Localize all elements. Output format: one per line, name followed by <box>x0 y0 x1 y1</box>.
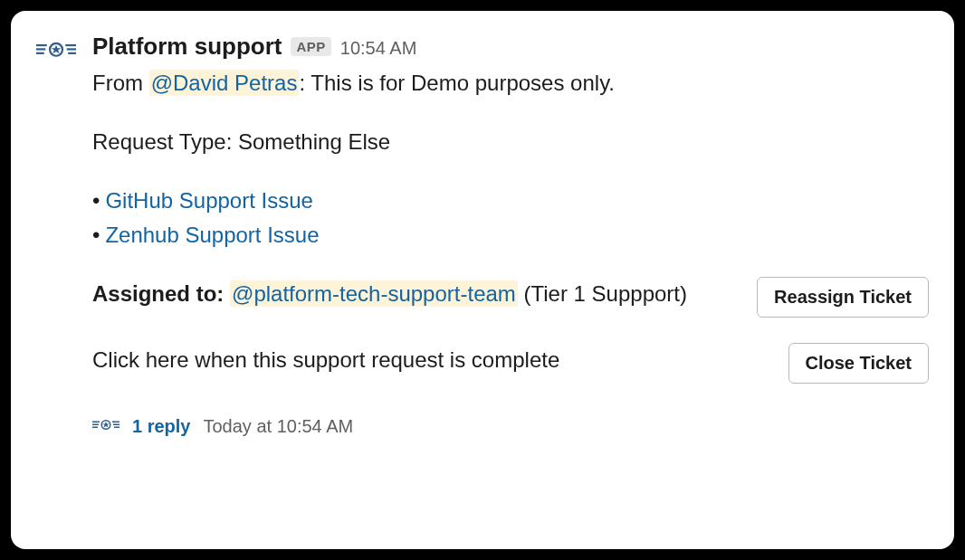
from-mention[interactable]: @David Petras <box>149 70 300 96</box>
complete-row: Click here when this support request is … <box>92 343 929 384</box>
from-prefix: From <box>92 71 149 95</box>
svg-rect-9 <box>92 422 100 423</box>
assigned-suffix: (Tier 1 Suppport) <box>518 281 687 306</box>
svg-rect-14 <box>114 427 119 429</box>
wings-star-icon <box>92 418 119 434</box>
svg-rect-5 <box>68 52 76 54</box>
reassign-button[interactable]: Reassign Ticket <box>757 277 929 318</box>
slack-message-card: Platform support APP 10:54 AM From @Davi… <box>11 11 954 549</box>
svg-rect-2 <box>36 52 44 54</box>
thread-avatar <box>92 417 119 435</box>
svg-rect-11 <box>92 427 98 429</box>
svg-rect-12 <box>112 422 119 423</box>
avatar-column <box>36 33 80 531</box>
thread-row[interactable]: 1 reply Today at 10:54 AM <box>92 416 929 437</box>
github-link[interactable]: GitHub Support Issue <box>105 188 312 213</box>
bullet-icon: • <box>92 223 100 247</box>
link-list: •GitHub Support Issue •Zenhub Support Is… <box>92 184 929 251</box>
app-avatar <box>36 38 76 65</box>
list-item: •GitHub Support Issue <box>92 184 929 217</box>
message-timestamp: 10:54 AM <box>340 38 417 59</box>
assigned-row: Assigned to: @platform-tech-support-team… <box>92 277 929 318</box>
svg-rect-3 <box>65 44 76 46</box>
zenhub-link[interactable]: Zenhub Support Issue <box>105 223 319 247</box>
svg-rect-10 <box>92 424 99 426</box>
assigned-mention[interactable]: @platform-tech-support-team <box>230 280 518 307</box>
from-suffix: : This is for Demo purposes only. <box>299 71 615 95</box>
complete-prompt: Click here when this support request is … <box>92 343 767 376</box>
svg-rect-1 <box>36 48 45 50</box>
author-name: Platform support <box>92 33 282 61</box>
reply-count[interactable]: 1 reply <box>132 416 190 437</box>
close-button[interactable]: Close Ticket <box>788 343 929 384</box>
from-line: From @David Petras: This is for Demo pur… <box>92 66 929 100</box>
svg-rect-0 <box>36 44 47 46</box>
message-content: Platform support APP 10:54 AM From @Davi… <box>92 33 929 531</box>
message-header: Platform support APP 10:54 AM <box>92 33 929 61</box>
reply-timestamp: Today at 10:54 AM <box>203 416 353 437</box>
app-badge: APP <box>291 37 330 56</box>
request-type-line: Request Type: Something Else <box>92 125 929 158</box>
list-item: •Zenhub Support Issue <box>92 218 929 252</box>
assigned-label: Assigned to: <box>92 281 230 306</box>
svg-rect-13 <box>113 424 119 426</box>
wings-star-icon <box>36 38 76 65</box>
assigned-text: Assigned to: @platform-tech-support-team… <box>92 277 735 310</box>
bullet-icon: • <box>92 188 100 213</box>
svg-rect-4 <box>67 48 76 50</box>
